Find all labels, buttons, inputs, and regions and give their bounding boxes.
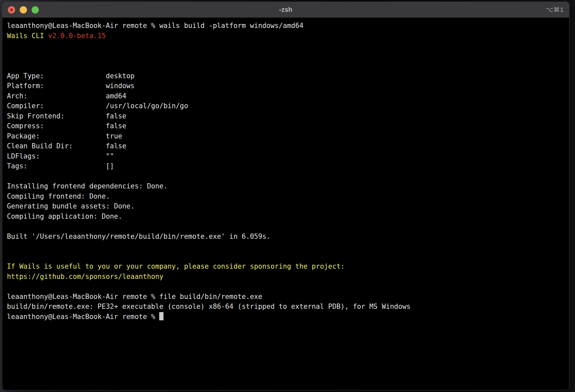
config-label: Clean Build Dir: bbox=[7, 141, 106, 151]
prompt-line-build: leaanthony@Leas-MacBook-Air remote % wai… bbox=[7, 21, 569, 31]
config-row: Package:true bbox=[7, 131, 569, 141]
terminal-cursor bbox=[159, 312, 163, 320]
blank-line bbox=[7, 61, 569, 71]
zoom-button[interactable] bbox=[32, 6, 39, 13]
config-label: Compress: bbox=[7, 121, 106, 131]
blank-line bbox=[7, 252, 569, 262]
config-row: App Type:desktop bbox=[7, 71, 569, 81]
config-label: Skip Frontend: bbox=[7, 111, 106, 121]
blank-line bbox=[7, 171, 569, 182]
terminal-output[interactable]: leaanthony@Leas-MacBook-Air remote % wai… bbox=[2, 18, 569, 390]
build-step-line: Installing frontend dependencies: Done. bbox=[7, 181, 569, 191]
config-row: Compiler:/usr/local/go/bin/go bbox=[7, 101, 569, 111]
config-value: false bbox=[106, 112, 126, 120]
config-label: Arch: bbox=[7, 91, 106, 101]
traffic-lights bbox=[8, 6, 39, 13]
config-value: windows bbox=[106, 82, 135, 90]
config-label: Platform: bbox=[7, 81, 106, 91]
blank-line bbox=[7, 221, 569, 232]
prompt-text: leaanthony@Leas-MacBook-Air remote % bbox=[7, 313, 159, 321]
config-value: /usr/local/go/bin/go bbox=[106, 102, 188, 110]
config-label: Compiler: bbox=[7, 101, 106, 111]
build-step-line: Compiling frontend: Done. bbox=[7, 191, 569, 202]
build-step-line: Generating bundle assets: Done. bbox=[7, 201, 569, 211]
window-shortcut-badge: ⌥⌘1 bbox=[546, 2, 564, 17]
sponsor-url-line: https://github.com/sponsors/leaanthony bbox=[7, 272, 569, 282]
config-value: true bbox=[106, 132, 122, 140]
prompt-line-file: leaanthony@Leas-MacBook-Air remote % fil… bbox=[7, 292, 569, 302]
config-value: [] bbox=[106, 162, 114, 170]
config-row: Arch:amd64 bbox=[7, 91, 569, 101]
config-value: desktop bbox=[106, 72, 135, 80]
close-button[interactable] bbox=[8, 6, 15, 13]
blank-line bbox=[7, 41, 569, 51]
blank-line bbox=[7, 51, 569, 61]
blank-line bbox=[7, 241, 569, 252]
file-output-line: build/bin/remote.exe: PE32+ executable (… bbox=[7, 302, 569, 312]
config-value: false bbox=[106, 122, 126, 130]
config-row: Skip Frontend:false bbox=[7, 111, 569, 121]
sponsor-message-line: If Wails is useful to you or your compan… bbox=[7, 261, 569, 272]
terminal-window: -zsh ⌥⌘1 leaanthony@Leas-MacBook-Air rem… bbox=[2, 2, 569, 390]
config-row: LDFlags:"" bbox=[7, 151, 569, 161]
minimize-button[interactable] bbox=[20, 6, 27, 13]
config-value: false bbox=[106, 142, 126, 150]
blank-line bbox=[7, 282, 569, 292]
config-label: Package: bbox=[7, 131, 106, 141]
config-value: amd64 bbox=[106, 92, 126, 100]
config-row: Tags:[] bbox=[7, 161, 569, 171]
build-step-line: Compiling application: Done. bbox=[7, 211, 569, 222]
config-label: App Type: bbox=[7, 71, 106, 81]
wails-cli-version-line: Wails CLI v2.0.0-beta.15 bbox=[7, 31, 569, 41]
config-label: Tags: bbox=[7, 161, 106, 171]
title-bar[interactable]: -zsh ⌥⌘1 bbox=[2, 2, 569, 18]
config-value: "" bbox=[106, 152, 114, 160]
prompt-line-idle: leaanthony@Leas-MacBook-Air remote % bbox=[7, 312, 569, 322]
window-title: -zsh bbox=[2, 6, 569, 13]
config-label: LDFlags: bbox=[7, 151, 106, 161]
config-row: Compress:false bbox=[7, 121, 569, 131]
wails-cli-label: Wails CLI bbox=[7, 32, 48, 40]
config-row: Platform:windows bbox=[7, 81, 569, 91]
config-row: Clean Build Dir:false bbox=[7, 141, 569, 151]
wails-cli-version: v2.0.0-beta.15 bbox=[48, 32, 106, 40]
built-message-line: Built '/Users/leaanthony/remote/build/bi… bbox=[7, 232, 569, 242]
